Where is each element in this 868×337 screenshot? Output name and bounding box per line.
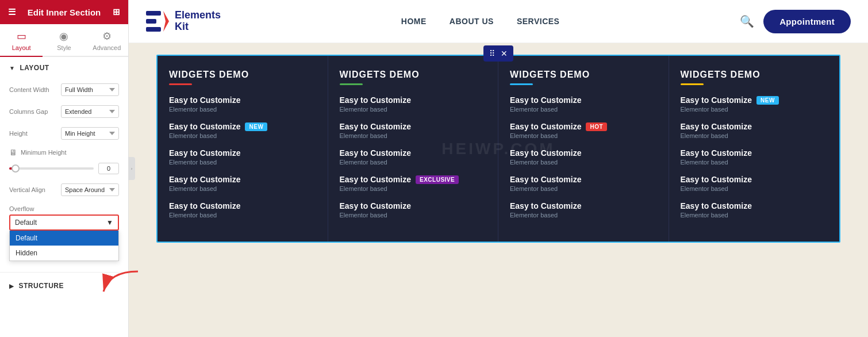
widget-underline-2 — [340, 83, 363, 85]
widget-item-sub: Elementor based — [169, 212, 316, 219]
minimum-height-label: Minimum Height — [21, 149, 66, 156]
close-toolbar-button[interactable]: ✕ — [500, 48, 509, 59]
tab-layout[interactable]: ▭ Layout — [0, 24, 43, 57]
widget-item-sub: Elementor based — [681, 212, 828, 219]
content-area: ⠿ ✕ HEIWP.COM WIDGETS DEMO Easy to Custo… — [129, 43, 868, 337]
widget-item-sub: Elementor based — [169, 185, 316, 192]
slider-value-input[interactable] — [98, 163, 119, 174]
drag-handle-button[interactable]: ⠿ — [488, 48, 496, 59]
logo-kit: Kit — [175, 21, 221, 33]
logo-icon — [146, 10, 169, 33]
widget-item-title: Easy to Customize — [340, 175, 411, 184]
widget-underline-4 — [681, 83, 704, 85]
columns-gap-select[interactable]: Extended — [61, 105, 119, 118]
list-item: Easy to Customize Elementor based — [681, 175, 828, 192]
overflow-select-box[interactable]: Default ▼ — [9, 215, 119, 231]
slider-thumb[interactable] — [11, 164, 20, 173]
widget-item-title: Easy to Customize — [681, 122, 828, 131]
widget-item-sub: Elementor based — [169, 159, 316, 166]
widget-item-title: Easy to Customize — [169, 122, 240, 131]
svg-marker-4 — [163, 11, 169, 32]
search-button[interactable]: 🔍 — [740, 14, 754, 28]
list-item: Easy to Customize Elementor based — [510, 95, 657, 113]
structure-section-header[interactable]: ▶ Structure — [0, 275, 128, 297]
widget-column-1: WIDGETS DEMO Easy to Customize Elementor… — [158, 56, 328, 242]
nav-about[interactable]: ABOUT US — [450, 17, 494, 26]
navbar-nav: HOME ABOUT US SERVICES — [401, 17, 560, 26]
widget-item-title: Easy to Customize — [340, 201, 487, 210]
sidebar: ☰ Edit Inner Section ⊞ ▭ Layout ◉ Style … — [0, 0, 129, 337]
overflow-current-value: Default — [15, 219, 37, 227]
content-width-row: Content Width Full Width — [0, 79, 128, 101]
widget-item-sub: Elementor based — [340, 106, 487, 113]
minimum-height-row: 🖥 Minimum Height — [0, 144, 128, 160]
appointment-button[interactable]: Appointment — [763, 10, 851, 33]
height-select[interactable]: Min Height — [61, 127, 119, 140]
widget-item-sub: Elementor based — [510, 132, 657, 139]
tab-style[interactable]: ◉ Style — [43, 24, 85, 57]
layout-section-header[interactable]: ▼ Layout — [0, 57, 128, 79]
vertical-align-label: Vertical Align — [9, 186, 61, 193]
widget-item-title: Easy to Customize — [169, 95, 316, 105]
widget-item-sub: Elementor based — [510, 185, 657, 192]
widget-item-sub: Elementor based — [340, 185, 487, 192]
list-item: Easy to Customize Elementor based — [169, 201, 316, 219]
list-item: Easy to Customize HOT Elementor based — [510, 122, 657, 139]
widget-title-2: WIDGETS DEMO — [340, 70, 487, 80]
widget-title-1: WIDGETS DEMO — [169, 70, 316, 80]
badge-new: NEW — [756, 96, 779, 105]
vertical-align-select[interactable]: Space Around — [61, 183, 119, 196]
widget-item-sub: Elementor based — [510, 159, 657, 166]
widget-item-title: Easy to Customize — [510, 175, 657, 184]
nav-home[interactable]: HOME — [401, 17, 427, 26]
list-item: Easy to Customize Elementor based — [510, 201, 657, 219]
widget-item-sub: Elementor based — [510, 212, 657, 219]
overflow-label: Overflow — [9, 205, 119, 212]
navbar-logo: Elements Kit — [146, 10, 221, 33]
list-item: Easy to Customize Elementor based — [169, 95, 316, 113]
overflow-section: Overflow Default ▼ Default Hidden — [0, 201, 128, 235]
height-row: Height Min Height — [0, 122, 128, 144]
widget-item-sub: Elementor based — [510, 106, 657, 113]
widget-item-title: Easy to Customize — [340, 95, 487, 105]
list-item: Easy to Customize Elementor based — [681, 148, 828, 166]
nav-services[interactable]: SERVICES — [517, 17, 560, 26]
list-item: Easy to Customize Elementor based — [340, 148, 487, 166]
widget-column-4: WIDGETS DEMO Easy to Customize NEW Eleme… — [669, 56, 840, 242]
height-label: Height — [9, 130, 61, 137]
tab-advanced[interactable]: ⚙ Advanced — [86, 24, 128, 57]
widget-item-title: Easy to Customize — [681, 201, 828, 210]
slider-track[interactable] — [9, 167, 94, 170]
top-navbar: Elements Kit HOME ABOUT US SERVICES 🔍 Ap… — [129, 0, 868, 43]
widget-underline-1 — [169, 83, 192, 85]
list-item: Easy to Customize Elementor based — [510, 175, 657, 192]
list-item: Easy to Customize Elementor based — [340, 95, 487, 113]
overflow-option-hidden[interactable]: Hidden — [10, 246, 118, 261]
widget-item-sub: Elementor based — [169, 132, 316, 139]
svg-rect-2 — [146, 19, 156, 24]
widget-item-title: Easy to Customize — [510, 148, 657, 158]
widgets-grid: WIDGETS DEMO Easy to Customize Elementor… — [158, 56, 839, 242]
grid-icon[interactable]: ⊞ — [113, 7, 120, 17]
content-width-select[interactable]: Full Width — [61, 83, 119, 96]
overflow-option-default[interactable]: Default — [10, 231, 118, 246]
sidebar-collapse-handle[interactable]: › — [128, 157, 135, 180]
logo-elements: Elements — [175, 10, 221, 21]
widget-item-title: Easy to Customize — [510, 122, 581, 131]
overflow-dropdown: Default Hidden — [9, 231, 119, 261]
widget-item-title: Easy to Customize — [681, 175, 828, 184]
structure-section-title: Structure — [19, 282, 64, 290]
overflow-select-wrapper: Default ▼ Default Hidden — [9, 215, 119, 231]
badge-exclusive: EXCLUSIVE — [416, 175, 459, 184]
inner-section: ⠿ ✕ HEIWP.COM WIDGETS DEMO Easy to Custo… — [156, 55, 840, 243]
overflow-chevron-icon: ▼ — [106, 219, 113, 227]
style-tab-icon: ◉ — [59, 30, 68, 43]
widget-item-title: Easy to Customize — [340, 148, 487, 158]
widget-item-sub: Elementor based — [340, 159, 487, 166]
widget-item-sub: Elementor based — [169, 106, 316, 113]
tab-layout-label: Layout — [12, 44, 31, 51]
list-item: Easy to Customize Elementor based — [169, 148, 316, 166]
widget-item-sub: Elementor based — [681, 159, 828, 166]
menu-icon[interactable]: ☰ — [8, 7, 16, 17]
divider — [0, 272, 128, 273]
